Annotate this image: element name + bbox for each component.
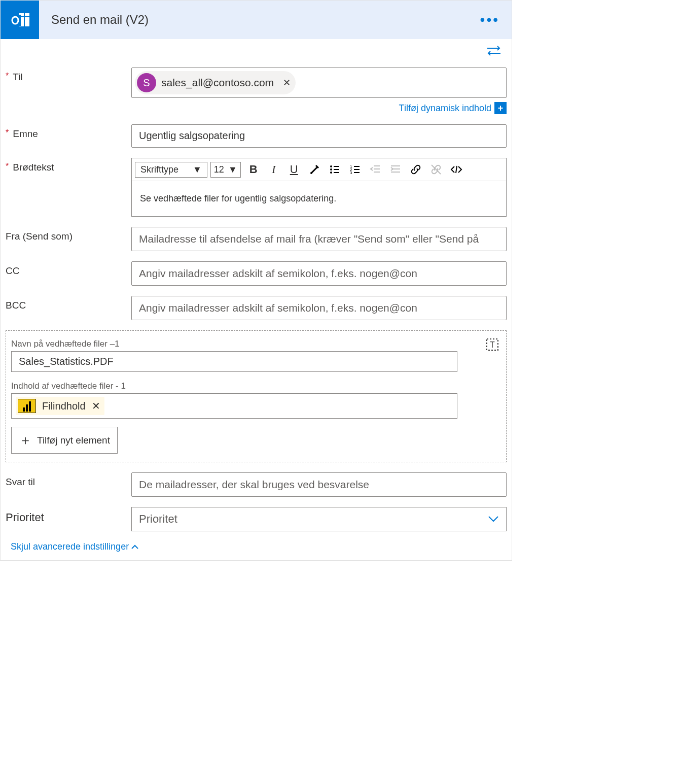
bcc-row: BCC Angiv mailadresser adskilt af semiko…: [6, 296, 507, 320]
remove-recipient-icon[interactable]: ✕: [283, 77, 291, 88]
avatar: S: [137, 73, 156, 92]
cc-row: CC Angiv mailadresser adskilt af semikol…: [6, 261, 507, 286]
svg-point-12: [330, 172, 332, 174]
from-input[interactable]: Mailadresse til afsendelse af mail fra (…: [131, 227, 507, 251]
indent-button[interactable]: [386, 160, 405, 179]
plus-icon: +: [494, 102, 507, 114]
font-size-select[interactable]: 12 ▼: [210, 162, 241, 178]
from-row: Fra (Send som) Mailadresse til afsendels…: [6, 227, 507, 251]
card-header: Send en mail (V2) •••: [1, 1, 512, 39]
body-editor: Skrifttype ▼ 12 ▼ B I U: [131, 158, 507, 217]
card-menu-button[interactable]: •••: [480, 12, 499, 28]
subject-input[interactable]: Ugentlig salgsopatering: [131, 124, 507, 148]
email-action-card: Send en mail (V2) ••• * Til S sales_: [0, 0, 512, 561]
reply-to-label: Svar til: [6, 472, 131, 488]
add-dynamic-content-link[interactable]: Tilføj dynamisk indhold +: [399, 102, 507, 114]
remove-token-icon[interactable]: ✕: [92, 400, 100, 412]
attachment-content-label: Indhold af vedhæftede filer - 1: [11, 381, 501, 391]
svg-line-27: [456, 166, 457, 173]
cc-input[interactable]: Angiv mailadresser adskilt af semikolon,…: [131, 261, 507, 286]
to-label: * Til: [6, 67, 131, 83]
code-view-button[interactable]: [447, 160, 466, 179]
hide-advanced-link[interactable]: Skjul avancerede indstillinger: [6, 541, 139, 552]
font-color-button[interactable]: [305, 160, 324, 179]
attachment-name-input[interactable]: Sales_Statistics.PDF: [11, 351, 457, 372]
powerbi-icon: [18, 399, 36, 413]
card-title: Send en mail (V2): [39, 13, 480, 27]
subject-label: * Emne: [6, 124, 131, 140]
priority-label: Prioritet: [6, 507, 131, 524]
chevron-down-icon: ▼: [193, 164, 202, 175]
underline-button[interactable]: U: [284, 160, 304, 179]
reply-to-row: Svar til De mailadresser, der skal bruge…: [6, 472, 507, 497]
required-asterisk: *: [6, 162, 9, 171]
switch-mode-icon[interactable]: T: [486, 338, 499, 351]
priority-select[interactable]: Prioritet: [131, 507, 507, 531]
swap-connection-icon[interactable]: [486, 45, 501, 56]
chevron-up-icon: [131, 544, 139, 550]
svg-text:T: T: [490, 340, 495, 349]
chevron-down-icon: ▼: [228, 164, 237, 175]
attachment-name-label: Navn på vedhæftede filer –1: [11, 339, 501, 349]
chevron-down-icon: [488, 516, 499, 523]
required-asterisk: *: [6, 128, 9, 138]
outdent-button[interactable]: [366, 160, 385, 179]
body-label: * Brødtekst: [6, 158, 131, 173]
attachment-content-input[interactable]: Filindhold ✕: [11, 393, 457, 419]
required-asterisk: *: [6, 72, 9, 81]
svg-point-10: [330, 168, 332, 171]
add-new-item-button[interactable]: ＋ Tilføj nyt element: [11, 427, 118, 454]
outlook-icon: [1, 1, 39, 39]
unlink-button[interactable]: [426, 160, 446, 179]
plus-icon: ＋: [19, 431, 32, 449]
body-content[interactable]: Se vedhæftede filer for ugentlig salgsop…: [132, 181, 506, 216]
to-row: * Til S sales_all@contoso.com ✕ Tilføj d…: [6, 67, 507, 114]
bullet-list-button[interactable]: [325, 160, 344, 179]
cc-label: CC: [6, 261, 131, 277]
recipient-email: sales_all@contoso.com: [161, 77, 274, 89]
numbered-list-button[interactable]: 1 2 3: [345, 160, 365, 179]
italic-button[interactable]: I: [264, 160, 283, 179]
attachments-section: T Navn på vedhæftede filer –1 Sales_Stat…: [6, 330, 507, 462]
priority-row: Prioritet Prioritet: [6, 507, 507, 531]
svg-text:3: 3: [350, 171, 352, 175]
bold-button[interactable]: B: [244, 160, 263, 179]
rte-toolbar: Skrifttype ▼ 12 ▼ B I U: [132, 158, 506, 181]
file-content-token[interactable]: Filindhold ✕: [16, 397, 104, 415]
bcc-input[interactable]: Angiv mailadresser adskilt af semikolon,…: [131, 296, 507, 320]
from-label: Fra (Send som): [6, 227, 131, 242]
card-body: * Til S sales_all@contoso.com ✕ Tilføj d…: [1, 39, 512, 560]
svg-point-8: [330, 165, 332, 167]
link-button[interactable]: [406, 160, 425, 179]
font-family-select[interactable]: Skrifttype ▼: [135, 162, 207, 178]
recipient-chip[interactable]: S sales_all@contoso.com ✕: [135, 71, 296, 94]
svg-point-7: [310, 172, 312, 174]
to-input[interactable]: S sales_all@contoso.com ✕: [131, 67, 507, 98]
body-row: * Brødtekst Skrifttype ▼ 12 ▼ B: [6, 158, 507, 217]
reply-to-input[interactable]: De mailadresser, der skal bruges ved bes…: [131, 472, 507, 497]
bcc-label: BCC: [6, 296, 131, 311]
subject-row: * Emne Ugentlig salgsopatering: [6, 124, 507, 148]
